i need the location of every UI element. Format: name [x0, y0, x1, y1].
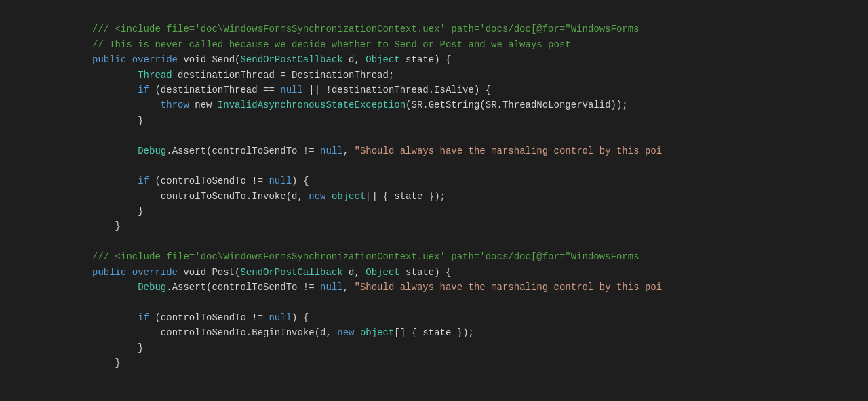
string-should-always-2: "Should always have the marshaling contr…: [355, 282, 663, 293]
code-void-send: void Send(: [178, 54, 240, 65]
keyword-null-1: null: [280, 85, 303, 96]
code-or-operator: || !destinationThread.IsAlive) {: [303, 85, 491, 96]
code-debug-assert-msg-1: ,: [343, 146, 355, 156]
keyword-new-1: new: [309, 191, 326, 202]
code-exception-args: (SR.GetString(SR.ThreadNoLongerValid));: [406, 100, 628, 110]
code-if-open-2: ) {: [292, 175, 309, 186]
type-thread: Thread: [138, 70, 172, 81]
string-should-always-1: "Should always have the marshaling contr…: [355, 146, 663, 156]
type-object-1: Object: [366, 54, 399, 65]
code-close-brace-4: }: [138, 343, 143, 354]
code-close-brace-2: }: [138, 206, 143, 217]
code-if-condition-2: (controlToSendTo !=: [149, 175, 269, 186]
keyword-null-3: null: [269, 175, 292, 186]
code-params-send: d,: [343, 54, 366, 65]
code-debug-assert-call-1: .Assert(controlToSendTo !=: [166, 146, 320, 156]
keyword-null-4: null: [320, 282, 343, 293]
keyword-if-3: if: [138, 312, 149, 323]
type-object-array: object: [332, 191, 366, 202]
code-object-array-1: [326, 191, 331, 202]
code-debug-assert-msg-2: ,: [343, 282, 355, 293]
code-control-invoke: controlToSendTo.Invoke(d,: [161, 191, 309, 202]
type-sendorpostcallback-2: SendOrPostCallback: [240, 267, 342, 278]
code-params-post: d,: [343, 267, 366, 278]
code-viewer: /// <include file='doc\WindowsFormsSynch…: [0, 0, 868, 393]
keyword-throw: throw: [161, 100, 189, 110]
keyword-if-1: if: [138, 85, 149, 96]
code-close-brace-5: }: [115, 358, 121, 368]
code-debug-assert-1: Debug: [138, 146, 166, 156]
code-debug-assert-call-2: .Assert(controlToSendTo !=: [166, 282, 320, 293]
type-object-2: Object: [366, 267, 399, 278]
code-array-state-2: [] { state });: [394, 327, 474, 338]
comment-include-1: /// <include file='doc\WindowsFormsSynch…: [92, 24, 639, 35]
keyword-new-2: new: [337, 327, 354, 338]
code-array-state-1: [] { state });: [366, 191, 446, 202]
comment-include-2: /// <include file='doc\WindowsFormsSynch…: [92, 251, 639, 262]
code-object-array-2: [355, 327, 360, 338]
type-object-array-2: object: [360, 327, 394, 338]
code-state-1: state) {: [400, 54, 452, 65]
keyword-if-2: if: [138, 175, 149, 186]
comment-never-called: // This is never called because we decid…: [92, 39, 571, 50]
code-destinationthread-assign: destinationThread = DestinationThread;: [172, 70, 395, 81]
code-control-begininvoke: controlToSendTo.BeginInvoke(d,: [161, 327, 337, 338]
keyword-null-5: null: [269, 312, 292, 323]
keyword-null-2: null: [320, 146, 343, 156]
type-invalidasyncstateexception: InvalidAsynchronousStateException: [218, 100, 406, 110]
code-if-condition-1: (destinationThread ==: [149, 85, 280, 96]
code-new-exception: new: [189, 100, 218, 110]
type-sendorpostcallback-1: SendOrPostCallback: [240, 54, 342, 65]
code-void-post: void Post(: [178, 267, 240, 278]
code-debug-assert-2: Debug: [138, 282, 166, 293]
keyword-public-1: public override: [92, 54, 178, 65]
code-content: /// <include file='doc\WindowsFormsSynch…: [0, 22, 868, 371]
code-if-condition-3: (controlToSendTo !=: [149, 312, 269, 323]
code-if-open-3: ) {: [292, 312, 309, 323]
code-state-2: state) {: [400, 267, 452, 278]
keyword-public-2: public override: [92, 267, 178, 278]
code-close-brace-3: }: [115, 221, 121, 232]
code-close-brace-1: }: [138, 115, 143, 126]
